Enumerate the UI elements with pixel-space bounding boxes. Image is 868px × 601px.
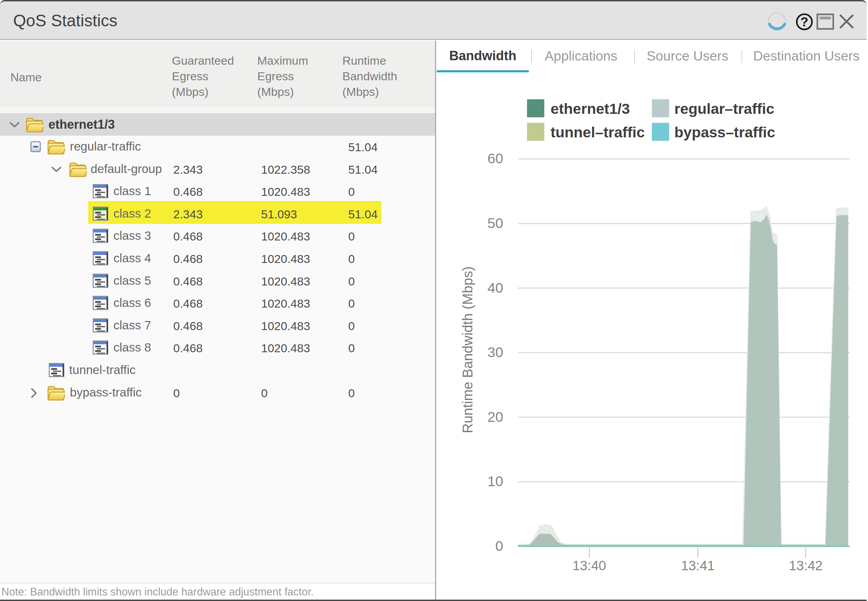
svg-text:0: 0: [495, 538, 503, 554]
svg-text:50: 50: [487, 215, 503, 231]
svg-text:20: 20: [487, 409, 503, 425]
svg-text:13:41: 13:41: [681, 558, 715, 573]
svg-text:10: 10: [487, 473, 503, 489]
svg-text:30: 30: [487, 344, 503, 360]
svg-text:40: 40: [487, 280, 503, 296]
svg-text:Runtime Bandwidth (Mbps): Runtime Bandwidth (Mbps): [460, 266, 475, 433]
svg-text:13:40: 13:40: [572, 558, 606, 573]
svg-text:?: ?: [801, 15, 809, 29]
svg-text:60: 60: [487, 151, 503, 166]
svg-text:13:42: 13:42: [789, 558, 823, 573]
